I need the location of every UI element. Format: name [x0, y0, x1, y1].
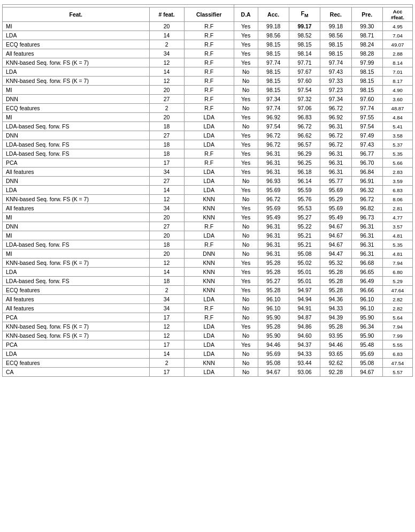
table-cell: 94.39	[320, 313, 351, 322]
column-header-row: Feat. # feat. Classifier D.A Acc. FM Rec…	[3, 7, 413, 22]
table-cell: 95.49	[258, 213, 289, 222]
table-cell: 98.24	[351, 40, 382, 49]
table-cell: 7.01	[382, 67, 412, 77]
table-cell: 94.87	[289, 313, 320, 322]
table-cell: LDA	[3, 67, 150, 77]
table-cell: 98.56	[320, 31, 351, 40]
table-row: All features34KNNYes95.6995.5395.6996.82…	[3, 204, 413, 213]
table-cell: 18	[149, 240, 184, 249]
table-cell: 6.83	[382, 186, 412, 195]
table-cell: 12	[149, 259, 184, 268]
col-acc: Acc.	[258, 7, 289, 22]
table-cell: 94.67	[320, 240, 351, 249]
table-cell: 94.86	[289, 322, 320, 331]
table-cell: 3.59	[382, 177, 412, 186]
table-cell: 96.14	[289, 177, 320, 186]
table-cell: Yes	[234, 259, 258, 268]
table-cell: 95.69	[351, 349, 382, 359]
table-cell: 95.69	[258, 204, 289, 213]
table-cell: Yes	[234, 322, 258, 331]
table-cell: 95.32	[320, 259, 351, 268]
table-cell: 2.82	[382, 295, 412, 304]
table-cell: 96.72	[320, 104, 351, 113]
table-cell: KNN	[184, 286, 234, 295]
table-cell: 2	[149, 104, 184, 113]
table-cell: 17	[149, 158, 184, 168]
table-cell: 96.72	[258, 131, 289, 140]
table-cell: 96.18	[289, 168, 320, 177]
table-row: CA17LDANo94.6793.0692.2894.675.57	[3, 368, 413, 377]
table-cell: R.F	[184, 222, 234, 231]
table-cell: 49.07	[382, 40, 412, 49]
table-cell: 2.81	[382, 204, 412, 213]
table-cell: Yes	[234, 340, 258, 349]
table-cell: 96.65	[351, 268, 382, 277]
table-cell: LDA	[184, 113, 234, 122]
table-cell: 96.72	[320, 140, 351, 149]
table-row: MI20KNNYes95.4995.2795.4996.734.77	[3, 213, 413, 222]
table-cell: LDA	[184, 186, 234, 195]
table-cell: 97.54	[289, 86, 320, 95]
table-cell: 7.94	[382, 259, 412, 268]
table-row: LDA14LDANo95.6994.3393.6595.696.83	[3, 349, 413, 359]
table-cell: KNN-based Seq. forw. FS (K = 7)	[3, 77, 150, 86]
table-cell: No	[234, 295, 258, 304]
table-cell: No	[234, 222, 258, 231]
table-cell: Yes	[234, 158, 258, 168]
table-cell: 20	[149, 113, 184, 122]
table-cell: 95.21	[289, 240, 320, 249]
table-cell: 94.94	[289, 295, 320, 304]
table-cell: Yes	[234, 286, 258, 295]
table-cell: 18	[149, 140, 184, 149]
table-cell: Yes	[234, 204, 258, 213]
table-cell: KNN	[184, 259, 234, 268]
table-cell: MI	[3, 231, 150, 240]
table-cell: 94.60	[289, 331, 320, 340]
table-cell: 94.46	[258, 340, 289, 349]
table-cell: 5.66	[382, 158, 412, 168]
table-cell: 97.55	[351, 113, 382, 122]
table-cell: LDA-based Seq. forw. FS	[3, 149, 150, 158]
table-row: LDA14KNNYes95.2895.0195.2896.656.80	[3, 268, 413, 277]
results-table: Feat. # feat. Classifier D.A Acc. FM Rec…	[2, 4, 413, 377]
table-cell: KNN-based Seq. forw. FS (K = 7)	[3, 195, 150, 204]
table-cell: 95.27	[289, 213, 320, 222]
table-cell: 96.32	[351, 186, 382, 195]
table-cell: 97.71	[289, 58, 320, 67]
table-cell: No	[234, 368, 258, 377]
table-cell: KNN-based Seq. forw. FS (K = 7)	[3, 331, 150, 340]
table-cell: 95.90	[258, 313, 289, 322]
table-cell: 20	[149, 231, 184, 240]
table-cell: Yes	[234, 277, 258, 286]
table-cell: 95.28	[320, 286, 351, 295]
table-cell: 5.35	[382, 149, 412, 158]
table-cell: 93.65	[320, 349, 351, 359]
table-cell: 12	[149, 58, 184, 67]
table-cell: 95.28	[320, 322, 351, 331]
table-cell: R.F	[184, 22, 234, 31]
table-row: LDA-based Seq. forw. FS18R.FNo96.3195.21…	[3, 240, 413, 249]
table-cell: LDA	[3, 31, 150, 40]
table-row: All features34R.FNo96.1094.9194.3396.102…	[3, 304, 413, 313]
table-cell: 2.82	[382, 304, 412, 313]
table-cell: 98.15	[320, 49, 351, 58]
table-cell: 96.31	[320, 158, 351, 168]
table-cell: 5.35	[382, 240, 412, 249]
table-cell: 14	[149, 349, 184, 359]
table-cell: LDA	[184, 295, 234, 304]
col-rec: Rec.	[320, 7, 351, 22]
table-row: PCA17R.FYes96.3196.2596.3196.705.66	[3, 158, 413, 168]
table-cell: 96.92	[258, 113, 289, 122]
table-cell: 8.06	[382, 195, 412, 204]
table-cell: Yes	[234, 268, 258, 277]
table-cell: 34	[149, 204, 184, 213]
table-cell: 34	[149, 49, 184, 58]
table-cell: DNN	[3, 131, 150, 140]
table-cell: No	[234, 122, 258, 131]
table-cell: 95.08	[351, 359, 382, 368]
table-row: PCA17LDAYes94.4694.3794.4695.485.55	[3, 340, 413, 349]
table-cell: 8.17	[382, 77, 412, 86]
table-cell: 96.31	[258, 231, 289, 240]
table-cell: 94.97	[289, 286, 320, 295]
table-cell: No	[234, 349, 258, 359]
